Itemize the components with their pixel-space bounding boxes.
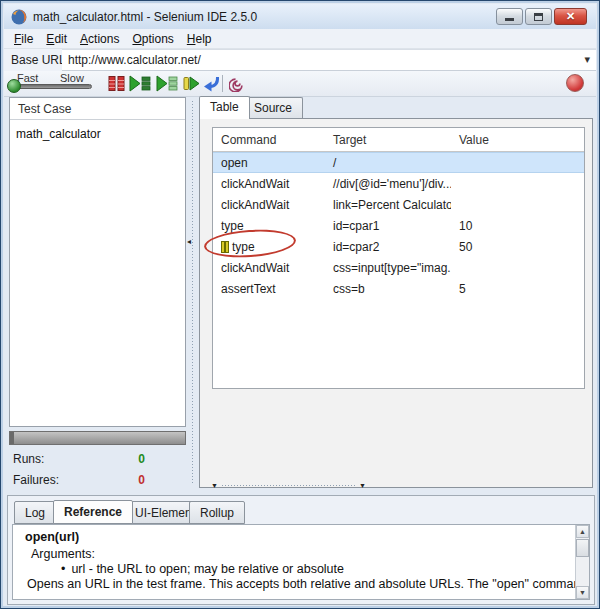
base-url-row: Base URL http://www.calculator.net/ ▾ <box>4 49 596 71</box>
cell-target: / <box>325 156 451 170</box>
speed-slider-track[interactable] <box>14 84 92 89</box>
tab-rollup[interactable]: Rollup <box>189 501 245 524</box>
test-case-item[interactable]: math_calculator <box>10 120 185 141</box>
table-row[interactable]: assertText css=b 5 <box>213 278 584 299</box>
table-row-with-breakpoint[interactable]: type id=cpar2 50 <box>213 236 584 257</box>
cell-value: 5 <box>451 282 584 296</box>
horizontal-splitter[interactable]: ▼ ▼ <box>211 479 366 491</box>
cell-command: clickAndWait <box>213 198 325 212</box>
play-entire-suite-icon[interactable] <box>129 75 151 92</box>
test-case-panel: Test Case math_calculator <box>9 97 186 427</box>
test-case-panel-header: Test Case <box>10 98 185 120</box>
cell-target: css=b <box>325 282 451 296</box>
runs-label: Runs: <box>13 452 44 466</box>
tab-source[interactable]: Source <box>243 97 303 119</box>
test-progress-bar <box>9 431 186 445</box>
base-url-label: Base URL <box>11 53 66 67</box>
cell-target: //div[@id='menu']/div... <box>325 177 451 191</box>
cell-target: id=cpar1 <box>325 219 451 233</box>
apply-rollup-rules-icon[interactable] <box>203 75 220 92</box>
table-row[interactable]: open / <box>213 152 584 173</box>
collapse-down-icon[interactable]: ▼ <box>211 482 218 489</box>
cell-command: open <box>213 156 325 170</box>
cell-target: css=input[type="imag... <box>325 261 451 275</box>
record-button[interactable] <box>566 74 584 92</box>
menu-options[interactable]: Options <box>128 30 182 48</box>
progress-fill <box>10 432 14 444</box>
step-icon[interactable] <box>183 75 200 92</box>
cell-value: 50 <box>451 240 584 254</box>
splitter-grippy <box>222 485 355 486</box>
failures-label: Failures: <box>13 473 59 487</box>
table-row[interactable]: clickAndWait //div[@id='menu']/div... <box>213 173 584 194</box>
table-row[interactable]: type id=cpar1 10 <box>213 215 584 236</box>
header-command: Command <box>213 133 325 147</box>
close-button[interactable]: ✕ <box>554 8 587 25</box>
pause-resume-icon[interactable] <box>107 75 127 92</box>
cell-command: assertText <box>213 282 325 296</box>
speed-slider-knob[interactable] <box>7 79 21 93</box>
base-url-value: http://www.calculator.net/ <box>68 53 201 67</box>
selenium-core-spiral-icon[interactable] <box>229 75 246 92</box>
runs-row: Runs: 0 <box>13 452 173 466</box>
vertical-splitter[interactable]: ◂ <box>188 97 197 488</box>
chevron-down-icon[interactable]: ▾ <box>584 53 590 66</box>
maximize-icon <box>534 13 543 21</box>
menu-file[interactable]: File <box>10 30 42 48</box>
reference-description: Opens an URL in the test frame. This acc… <box>27 577 569 591</box>
cell-target: link=Percent Calculator <box>325 198 451 212</box>
failures-row: Failures: 0 <box>13 473 173 487</box>
scroll-down-icon[interactable]: ▼ <box>576 586 589 599</box>
play-current-test-icon[interactable] <box>156 75 178 92</box>
cell-command: clickAndWait <box>213 261 325 275</box>
cell-command: type <box>213 240 325 254</box>
splitter-grippy <box>192 101 193 484</box>
scroll-up-icon[interactable]: ▲ <box>576 525 589 538</box>
menu-edit[interactable]: Edit <box>42 30 76 48</box>
maximize-button[interactable] <box>525 8 552 25</box>
firefox-icon <box>11 9 27 25</box>
cell-value: 10 <box>451 219 584 233</box>
toolbar-divider <box>222 75 223 92</box>
editor-panel: Command Target Value open / clickAndWait… <box>199 118 593 488</box>
minimize-icon <box>505 18 514 21</box>
cell-command: type <box>213 219 325 233</box>
command-table-header: Command Target Value <box>213 128 584 152</box>
toolbar: Fast Slow <box>4 71 596 97</box>
tab-table[interactable]: Table <box>199 96 250 119</box>
table-row[interactable]: clickAndWait css=input[type="imag... <box>213 257 584 278</box>
close-icon: ✕ <box>566 10 575 23</box>
table-row[interactable]: clickAndWait link=Percent Calculator <box>213 194 584 215</box>
reference-scrollbar[interactable]: ▲ ▼ <box>575 525 589 599</box>
bottom-panel: Log Reference UI-Element Rollup open(url… <box>7 495 595 605</box>
reference-arguments-label: Arguments: <box>31 547 569 561</box>
menu-actions[interactable]: Actions <box>76 30 128 48</box>
tab-log[interactable]: Log <box>14 501 56 524</box>
reference-argument-text: url - the URL to open; may be relative o… <box>71 562 344 576</box>
title-bar: math_calculator.html - Selenium IDE 2.5.… <box>4 4 596 29</box>
runs-value: 0 <box>138 452 145 466</box>
header-value: Value <box>451 133 584 147</box>
reference-signature: open(url) <box>25 530 569 544</box>
header-target: Target <box>325 133 451 147</box>
speed-slow-label: Slow <box>60 72 84 84</box>
reference-argument-item: •url - the URL to open; may be relative … <box>61 562 569 576</box>
failures-value: 0 <box>138 473 145 487</box>
window-controls: ✕ <box>496 8 587 25</box>
command-table: Command Target Value open / clickAndWait… <box>212 127 585 389</box>
cell-command: clickAndWait <box>213 177 325 191</box>
window-title: math_calculator.html - Selenium IDE 2.5.… <box>33 10 257 24</box>
cell-command-text: type <box>232 240 255 254</box>
tab-reference[interactable]: Reference <box>53 500 133 524</box>
minimize-button[interactable] <box>496 8 523 25</box>
menu-help[interactable]: Help <box>183 30 221 48</box>
scrollbar-thumb[interactable] <box>576 539 589 557</box>
reference-content: open(url) Arguments: •url - the URL to o… <box>12 524 590 600</box>
collapse-left-icon[interactable]: ◂ <box>187 237 191 246</box>
collapse-down-icon[interactable]: ▼ <box>359 482 366 489</box>
base-url-combobox[interactable]: http://www.calculator.net/ ▾ <box>62 49 596 71</box>
breakpoint-icon <box>221 241 229 253</box>
cell-target: id=cpar2 <box>325 240 451 254</box>
menu-bar: File Edit Actions Options Help <box>4 29 596 49</box>
bullet-icon: • <box>61 562 65 576</box>
